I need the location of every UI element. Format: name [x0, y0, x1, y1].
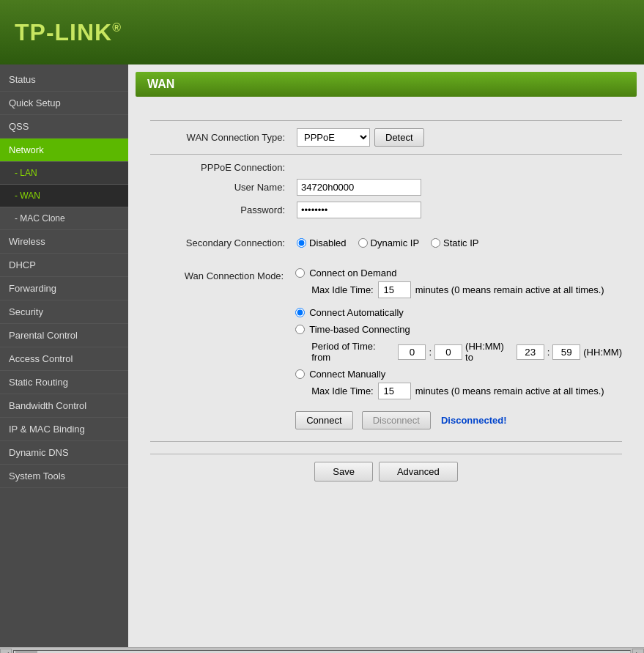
max-idle-input[interactable] — [378, 281, 411, 298]
time-from-minutes[interactable] — [434, 344, 462, 360]
password-row: Password: — [150, 202, 622, 218]
connect-automatically-label: Connect Automatically — [309, 307, 404, 318]
username-row: User Name: — [150, 179, 622, 196]
advanced-button[interactable]: Advanced — [379, 462, 458, 482]
secondary-dynamic-radio[interactable] — [358, 238, 368, 248]
detect-button[interactable]: Detect — [374, 128, 424, 147]
max-idle-note2: minutes (0 means remain active at all ti… — [415, 385, 604, 396]
secondary-disabled-option[interactable]: Disabled — [297, 237, 347, 248]
save-button[interactable]: Save — [314, 462, 373, 482]
time-to-hours[interactable] — [517, 344, 544, 360]
connection-mode-options: Connect on Demand Max Idle Time: minutes… — [295, 268, 622, 429]
connect-automatically-radio[interactable] — [295, 308, 305, 317]
wan-connection-mode-label: Wan Connection Mode: — [150, 268, 295, 281]
max-idle-time-row: Max Idle Time: minutes (0 means remain a… — [295, 281, 622, 298]
main-layout: Status Quick Setup QSS Network - LAN - W… — [0, 64, 644, 647]
disconnected-status: Disconnected! — [441, 415, 507, 426]
password-label: Password: — [150, 204, 297, 215]
connect-on-demand-radio[interactable] — [295, 268, 305, 278]
sidebar-item-dhcp[interactable]: DHCP — [0, 254, 128, 277]
period-label: Period of Time: from — [311, 341, 395, 363]
scroll-left-arrow[interactable]: ◀ — [0, 649, 12, 654]
hhmm1-label: (HH:MM) to — [465, 341, 514, 363]
time-range-row: Period of Time: from : (HH:MM) to : (HH:… — [295, 341, 622, 363]
sidebar-item-status[interactable]: Status — [0, 68, 128, 92]
hhmm2-label: (HH:MM) — [583, 347, 622, 358]
pppoe-connection-row: PPPoE Connection: — [150, 162, 622, 173]
connect-manually-radio[interactable] — [295, 369, 305, 379]
sidebar-item-dynamic-dns[interactable]: Dynamic DNS — [0, 441, 128, 465]
sidebar-item-parental-control[interactable]: Parental Control — [0, 324, 128, 347]
secondary-disabled-label: Disabled — [309, 237, 347, 248]
sidebar-item-mac-clone[interactable]: - MAC Clone — [0, 207, 128, 230]
wan-connection-type-row: WAN Connection Type: PPPoE Dynamic IP St… — [150, 128, 622, 147]
sidebar-item-security[interactable]: Security — [0, 300, 128, 324]
colon1: : — [429, 347, 432, 358]
wan-connection-type-select[interactable]: PPPoE Dynamic IP Static IP L2TP PPTP — [297, 128, 370, 147]
sidebar-item-access-control[interactable]: Access Control — [0, 347, 128, 371]
sidebar-item-quick-setup[interactable]: Quick Setup — [0, 92, 128, 115]
sidebar-item-bandwidth-control[interactable]: Bandwidth Control — [0, 394, 128, 418]
max-idle-label: Max Idle Time: — [311, 284, 374, 295]
logo-text: TP-LINK — [15, 19, 112, 45]
connect-on-demand-row: Connect on Demand — [295, 268, 622, 278]
sidebar-item-wireless[interactable]: Wireless — [0, 230, 128, 254]
form-container: WAN Connection Type: PPPoE Dynamic IP St… — [136, 106, 637, 489]
logo: TP-LINK® — [15, 19, 122, 46]
max-idle-note: minutes (0 means remain active at all ti… — [415, 284, 604, 295]
sidebar-item-network[interactable]: Network — [0, 139, 128, 162]
secondary-static-option[interactable]: Static IP — [431, 237, 478, 248]
secondary-connection-options: Disabled Dynamic IP Static IP — [297, 237, 478, 248]
page-title: WAN — [136, 72, 637, 97]
scroll-right-arrow[interactable]: ▶ — [632, 649, 644, 654]
username-label: User Name: — [150, 182, 297, 193]
secondary-connection-row: Secondary Connection: Disabled Dynamic I… — [150, 237, 622, 248]
sidebar-item-lan[interactable]: - LAN — [0, 162, 128, 185]
time-based-radio[interactable] — [295, 325, 305, 334]
secondary-static-label: Static IP — [443, 237, 478, 248]
time-based-connecting-row: Time-based Connecting — [295, 324, 622, 335]
header: TP-LINK® — [0, 0, 644, 64]
bottom-scrollbar: ◀ ▶ — [0, 647, 644, 653]
scrollbar-thumb[interactable] — [15, 651, 37, 654]
connect-button[interactable]: Connect — [295, 411, 352, 429]
secondary-dynamic-option[interactable]: Dynamic IP — [358, 237, 419, 248]
sidebar-item-static-routing[interactable]: Static Routing — [0, 371, 128, 394]
scrollbar-track[interactable] — [13, 650, 631, 654]
connect-on-demand-label: Connect on Demand — [309, 268, 396, 278]
username-input[interactable] — [297, 179, 421, 196]
mid-divider1 — [150, 154, 622, 155]
secondary-dynamic-label: Dynamic IP — [371, 237, 419, 248]
disconnect-button[interactable]: Disconnect — [362, 411, 431, 429]
max-idle-time-row2: Max Idle Time: minutes (0 means remain a… — [295, 383, 622, 399]
time-based-label: Time-based Connecting — [309, 324, 410, 335]
connect-manually-row: Connect Manually — [295, 369, 622, 380]
connect-automatically-row: Connect Automatically — [295, 307, 622, 318]
sidebar-item-qss[interactable]: QSS — [0, 115, 128, 139]
time-to-minutes[interactable] — [552, 344, 580, 360]
secondary-static-radio[interactable] — [431, 238, 440, 248]
time-from-hours[interactable] — [398, 344, 426, 360]
password-input[interactable] — [297, 202, 421, 218]
bottom-buttons: Save Advanced — [150, 454, 622, 482]
content-area: WAN WAN Connection Type: PPPoE Dynamic I… — [128, 64, 644, 647]
max-idle-label2: Max Idle Time: — [311, 385, 374, 396]
colon2: : — [547, 347, 550, 358]
secondary-disabled-radio[interactable] — [297, 238, 306, 248]
wan-connection-type-label: WAN Connection Type: — [150, 132, 297, 143]
logo-reg: ® — [112, 21, 122, 34]
sidebar-item-ip-mac-binding[interactable]: IP & MAC Binding — [0, 418, 128, 441]
wan-connection-mode-row: Wan Connection Mode: Connect on Demand M… — [150, 268, 622, 429]
secondary-connection-label: Secondary Connection: — [150, 237, 297, 248]
sidebar-item-system-tools[interactable]: System Tools — [0, 465, 128, 488]
pppoe-connection-label: PPPoE Connection: — [150, 162, 297, 173]
sidebar-item-wan[interactable]: - WAN — [0, 185, 128, 207]
sidebar: Status Quick Setup QSS Network - LAN - W… — [0, 64, 128, 647]
bottom-divider — [150, 441, 622, 442]
sidebar-item-forwarding[interactable]: Forwarding — [0, 277, 128, 300]
connect-buttons-row: Connect Disconnect Disconnected! — [295, 411, 622, 429]
connect-manually-label: Connect Manually — [309, 369, 385, 380]
top-divider — [150, 120, 622, 121]
max-idle-input2[interactable] — [378, 383, 411, 399]
